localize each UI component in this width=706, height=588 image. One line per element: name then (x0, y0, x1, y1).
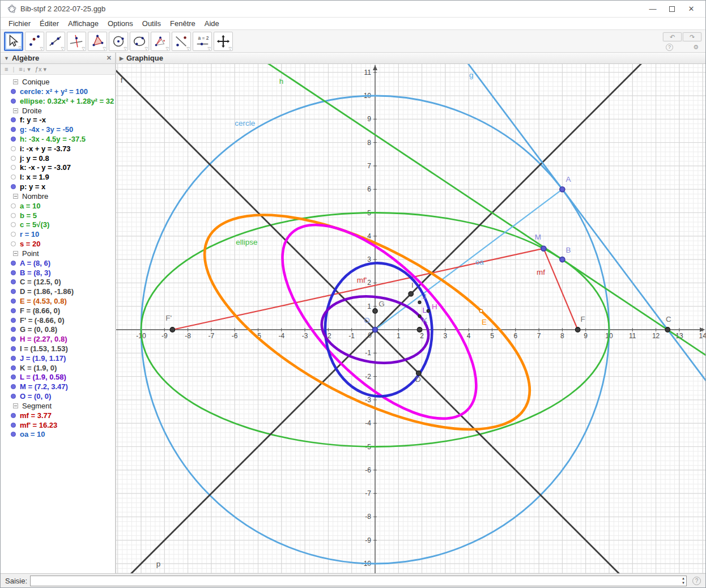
point-E[interactable] (479, 309, 483, 313)
algebra-group-point[interactable]: Point (1, 249, 115, 258)
undo-button[interactable]: ↶ (663, 32, 682, 41)
algebra-item[interactable]: g: -4x - 3y = -50 (1, 125, 115, 134)
spinner-up-icon[interactable]: ▲ (682, 576, 685, 581)
collapse-box-icon[interactable] (13, 194, 18, 199)
algebra-item[interactable]: c = 5√(3) (1, 220, 115, 230)
spinner-down-icon[interactable]: ▼ (682, 581, 685, 585)
curve-magenta-ellipse[interactable] (251, 194, 508, 450)
menu-item-affichage[interactable]: Affichage (63, 18, 103, 29)
visibility-on-icon[interactable] (11, 327, 16, 332)
point-J[interactable] (418, 301, 421, 304)
point-H[interactable] (427, 310, 429, 313)
close-button[interactable]: ✕ (682, 2, 701, 16)
menu-item-aide[interactable]: Aide (200, 18, 224, 29)
algebra-group-conique[interactable]: Conique (1, 77, 115, 87)
visibility-off-icon[interactable] (11, 174, 16, 180)
algebra-stylebar-icon-0[interactable]: ≡ (5, 66, 8, 73)
algebra-item[interactable]: i: -x + y = -3.73 (1, 144, 115, 154)
visibility-on-icon[interactable] (11, 279, 16, 284)
algebra-item[interactable]: G = (0, 0.8) (1, 325, 115, 335)
curve-p[interactable] (116, 64, 705, 573)
visibility-on-icon[interactable] (11, 117, 16, 122)
visibility-off-icon[interactable] (11, 232, 16, 237)
algebra-item[interactable]: F = (8.66, 0) (1, 306, 115, 316)
visibility-on-icon[interactable] (11, 346, 16, 351)
point-F'[interactable] (170, 327, 175, 332)
minimize-button[interactable]: — (643, 2, 662, 16)
menu-item-fichier[interactable]: Fichier (4, 18, 35, 29)
tool-dropdown-icon[interactable]: ▽ (187, 46, 190, 50)
gear-icon[interactable]: ⚙ (693, 44, 699, 51)
algebra-item[interactable]: oa = 10 (1, 430, 115, 440)
tool-dropdown-icon[interactable]: ▽ (40, 46, 43, 50)
visibility-on-icon[interactable] (11, 384, 16, 389)
algebra-item[interactable]: a = 10 (1, 201, 115, 211)
collapse-box-icon[interactable] (13, 108, 18, 113)
algebra-item[interactable]: I = (1.53, 1.53) (1, 344, 115, 353)
point-G[interactable] (373, 309, 377, 313)
point-B[interactable] (560, 257, 565, 262)
move-tool-button[interactable]: ▽ (4, 32, 23, 51)
visibility-on-icon[interactable] (11, 318, 16, 323)
algebra-item[interactable]: j: y = 0.8 (1, 154, 115, 163)
tool-dropdown-icon[interactable]: ▽ (82, 46, 85, 50)
line-tool-button[interactable]: ▽ (46, 32, 65, 51)
curve-g[interactable] (116, 64, 705, 408)
algebra-item[interactable]: B = (8, 3) (1, 268, 115, 278)
slider-tool-button[interactable]: a = 2▽ (193, 32, 212, 51)
visibility-on-icon[interactable] (11, 365, 16, 370)
visibility-on-icon[interactable] (11, 423, 16, 428)
point-F[interactable] (575, 327, 580, 332)
visibility-off-icon[interactable] (11, 156, 16, 161)
point-O[interactable] (372, 327, 377, 332)
algebra-item[interactable]: L = (1.9, 0.58) (1, 373, 115, 382)
tool-dropdown-icon[interactable]: ▽ (166, 46, 169, 50)
angle-tool-button[interactable]: ▽ (151, 32, 170, 51)
visibility-on-icon[interactable] (11, 308, 16, 313)
point-M[interactable] (541, 246, 546, 251)
visibility-off-icon[interactable] (11, 146, 16, 151)
algebra-item[interactable]: p: y = x (1, 182, 115, 191)
point-C[interactable] (665, 327, 670, 332)
menu-item-options[interactable]: Options (103, 18, 138, 29)
menu-item-fentre[interactable]: Fenêtre (165, 18, 200, 29)
algebra-item[interactable]: H = (2.27, 0.8) (1, 334, 115, 344)
algebra-item[interactable]: M = (7.2, 3.47) (1, 382, 115, 391)
tool-dropdown-icon[interactable]: ▽ (208, 46, 211, 50)
algebra-item[interactable]: D = (1.86, -1.86) (1, 287, 115, 296)
tool-dropdown-icon[interactable]: ▽ (229, 46, 232, 50)
visibility-off-icon[interactable] (11, 213, 16, 218)
graphics-collapse-icon[interactable]: ▶ (120, 56, 124, 61)
algebra-group-segment[interactable]: Segment (1, 401, 115, 411)
algebra-group-nombre[interactable]: Nombre (1, 191, 115, 201)
algebra-item[interactable]: mf' = 16.23 (1, 420, 115, 430)
polygon-tool-button[interactable]: ▽ (88, 32, 107, 51)
visibility-on-icon[interactable] (11, 137, 16, 142)
tool-dropdown-icon[interactable]: ▽ (124, 46, 127, 50)
algebra-item[interactable]: b = 5 (1, 211, 115, 220)
visibility-on-icon[interactable] (11, 184, 16, 189)
collapse-box-icon[interactable] (13, 251, 18, 256)
algebra-item[interactable]: s = 20 (1, 239, 115, 249)
algebra-item[interactable]: mf = 3.77 (1, 411, 115, 420)
visibility-on-icon[interactable] (11, 432, 16, 437)
algebra-item[interactable]: l: x = 1.9 (1, 172, 115, 182)
visibility-on-icon[interactable] (11, 127, 16, 132)
algebra-item[interactable]: E = (4.53, 0.8) (1, 296, 115, 306)
tool-dropdown-icon[interactable]: ▽ (61, 46, 64, 50)
point-K[interactable] (417, 327, 422, 332)
algebra-item[interactable]: F' = (-8.66, 0) (1, 316, 115, 325)
menu-item-diter[interactable]: Éditer (35, 18, 63, 29)
collapse-box-icon[interactable] (13, 403, 18, 408)
point-tool-button[interactable]: ▽ (25, 32, 44, 51)
visibility-on-icon[interactable] (11, 289, 16, 294)
algebra-item[interactable]: A = (8, 6) (1, 258, 115, 268)
algebra-item[interactable]: K = (1.9, 0) (1, 363, 115, 373)
algebra-item[interactable]: ellipse: 0.32x² + 1.28y² = 32 (1, 96, 115, 106)
visibility-on-icon[interactable] (11, 299, 16, 304)
algebra-item[interactable]: O = (0, 0) (1, 391, 115, 401)
algebra-item[interactable]: J = (1.9, 1.17) (1, 353, 115, 363)
visibility-on-icon[interactable] (11, 374, 16, 380)
transform-tool-button[interactable]: ▽ (172, 32, 191, 51)
visibility-on-icon[interactable] (11, 336, 16, 342)
